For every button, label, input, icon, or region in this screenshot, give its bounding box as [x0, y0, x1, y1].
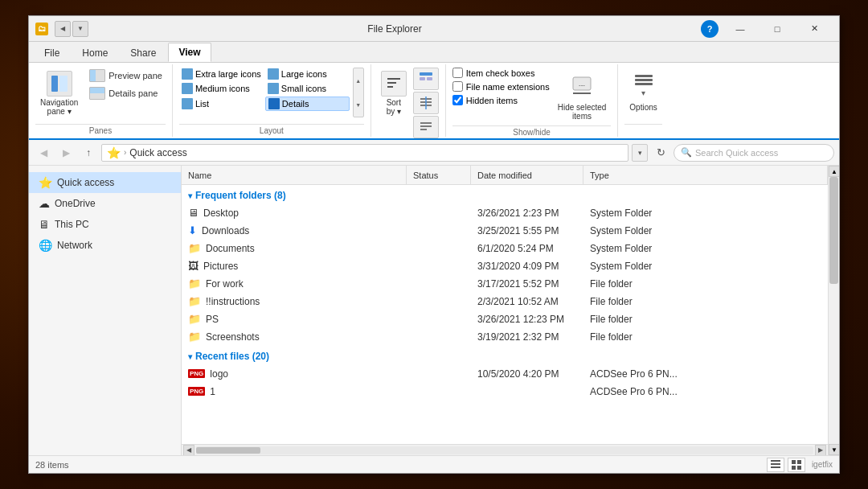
size-all-columns-button[interactable] — [413, 116, 439, 138]
breadcrumb-star-icon: ⭐ — [107, 146, 121, 159]
file-name-logo: PNG logo — [182, 365, 407, 382]
v-scroll-thumb[interactable] — [829, 177, 838, 284]
sidebar-item-onedrive[interactable]: ☁ OneDrive — [29, 193, 181, 214]
item-check-boxes-label: Item check boxes — [466, 68, 535, 78]
preview-pane-button[interactable]: Preview pane — [86, 68, 166, 84]
table-row[interactable]: 📁 PS 3/26/2021 12:23 PM File folder — [182, 310, 828, 328]
file-list-wrapper: Name Status Date modified Type ▾ Frequen… — [182, 166, 839, 455]
table-row[interactable]: 📁 For work 3/17/2021 5:52 PM File folder — [182, 275, 828, 293]
add-columns-button[interactable] — [413, 92, 439, 114]
file-date-for-work: 3/17/2021 5:52 PM — [471, 275, 583, 292]
sidebar-item-this-pc[interactable]: 🖥 This PC — [29, 214, 181, 235]
v-scroll-down-button[interactable]: ▼ — [829, 444, 839, 455]
quick-access-icon: ⭐ — [39, 176, 52, 189]
sidebar-item-network[interactable]: 🌐 Network — [29, 235, 181, 256]
table-row[interactable]: 📁 Screenshots 3/19/2021 2:32 PM File fol… — [182, 328, 828, 346]
layout-medium-icons[interactable]: Medium icons — [179, 82, 264, 95]
show-hide-content: Item check boxes File name extensions Hi… — [452, 68, 612, 124]
help-button[interactable]: ? — [701, 20, 719, 38]
layout-large-icons[interactable]: Large icons — [265, 68, 350, 80]
svg-rect-21 — [792, 460, 796, 464]
hidden-items-row[interactable]: Hidden items — [452, 95, 550, 105]
h-scroll-thumb[interactable] — [196, 447, 260, 454]
layout-grid: Extra large icons Large icons Medium ico… — [179, 68, 350, 111]
file-date-pictures: 3/31/2020 4:09 PM — [471, 257, 583, 274]
vertical-scrollbar[interactable]: ▲ ▼ — [828, 166, 839, 455]
tab-home[interactable]: Home — [72, 43, 118, 62]
hide-selected-items-button[interactable]: --- Hide selecteditems — [553, 68, 612, 124]
item-check-boxes-checkbox[interactable] — [452, 68, 463, 78]
group-by-button[interactable] — [413, 68, 439, 90]
ps-icon: 📁 — [188, 313, 201, 325]
layout-scroll-arrows[interactable]: ▲ ▼ — [353, 68, 364, 117]
recent-files-title: Recent files (20) — [195, 351, 269, 362]
breadcrumb[interactable]: ⭐ › Quick access — [101, 144, 628, 162]
column-header-name[interactable]: Name — [182, 166, 407, 184]
layout-extra-large-icons[interactable]: Extra large icons — [179, 68, 264, 80]
window-controls: — □ ✕ — [722, 16, 833, 42]
sort-by-button[interactable]: Sortby ▾ — [378, 68, 410, 119]
forward-nav-button[interactable]: ▶ — [56, 143, 76, 162]
minimize-button[interactable]: — — [722, 16, 759, 42]
section-header-recent-files[interactable]: ▾ Recent files (20) — [182, 346, 828, 365]
app-icon: 🗂 — [35, 23, 48, 35]
title-nav-buttons: ◀ ▼ — [55, 21, 88, 37]
item-check-boxes-row[interactable]: Item check boxes — [452, 68, 550, 78]
close-button[interactable]: ✕ — [796, 16, 833, 42]
window-title: File Explorer — [92, 23, 698, 35]
file-status-for-work — [407, 275, 471, 292]
details-pane-button[interactable]: Details pane — [86, 85, 166, 101]
file-status-documents — [407, 240, 471, 257]
table-row[interactable]: 🖼 Pictures 3/31/2020 4:09 PM System Fold… — [182, 257, 828, 275]
layout-details[interactable]: Details — [265, 97, 350, 111]
table-row[interactable]: 🖥 Desktop 3/26/2021 2:23 PM System Folde… — [182, 204, 828, 222]
sidebar-item-quick-access[interactable]: ⭐ Quick access — [29, 172, 181, 193]
svg-rect-20 — [771, 466, 780, 468]
table-row[interactable]: 📁 !!instructions 2/3/2021 10:52 AM File … — [182, 293, 828, 310]
section-header-frequent-folders[interactable]: ▾ Frequent folders (8) — [182, 185, 828, 204]
breadcrumb-dropdown-button[interactable]: ▾ — [632, 144, 648, 162]
file-name-extensions-label: File name extensions — [466, 82, 550, 92]
column-header-status[interactable]: Status — [407, 166, 471, 184]
file-name-extensions-row[interactable]: File name extensions — [452, 81, 550, 92]
breadcrumb-text: Quick access — [129, 147, 186, 158]
navigation-pane-button[interactable]: Navigationpane ▾ — [35, 68, 83, 119]
table-row[interactable]: PNG logo 10/5/2020 4:20 PM ACDSee Pro 6 … — [182, 365, 828, 383]
table-row[interactable]: PNG 1 ACDSee Pro 6 PN... — [182, 383, 828, 401]
maximize-button[interactable]: □ — [759, 16, 796, 42]
file-name-extensions-checkbox[interactable] — [452, 81, 463, 92]
icons-view-toggle-button[interactable] — [788, 458, 805, 472]
h-scroll-left-button[interactable]: ◀ — [183, 445, 194, 456]
column-header-type[interactable]: Type — [583, 166, 828, 184]
recent-files-chevron-icon: ▾ — [188, 352, 192, 361]
forward-btn[interactable]: ▼ — [72, 21, 88, 37]
up-nav-button[interactable]: ↑ — [79, 143, 98, 162]
back-btn[interactable]: ◀ — [55, 21, 71, 37]
tab-share[interactable]: Share — [120, 43, 166, 62]
options-button[interactable]: ▾ Options — [624, 68, 661, 115]
v-scroll-up-button[interactable]: ▲ — [829, 166, 839, 177]
table-row[interactable]: 📁 Documents 6/1/2020 5:24 PM System Fold… — [182, 240, 828, 257]
tab-file[interactable]: File — [34, 43, 70, 62]
h-scroll-right-button[interactable]: ▶ — [815, 445, 826, 456]
options-content: ▾ Options — [624, 68, 661, 122]
show-hide-label: Show/hide — [452, 125, 612, 137]
column-header-date-modified[interactable]: Date modified — [471, 166, 583, 184]
sort-by-label: Sortby ▾ — [387, 98, 401, 116]
documents-icon: 📁 — [188, 242, 201, 254]
downloads-icon: ⬇ — [188, 224, 197, 236]
search-bar[interactable]: 🔍 Search Quick access — [674, 144, 834, 162]
details-view-toggle-button[interactable] — [767, 458, 784, 472]
tab-view[interactable]: View — [168, 43, 211, 62]
hidden-items-checkbox[interactable] — [452, 95, 463, 105]
file-name-documents: 📁 Documents — [182, 240, 407, 257]
file-date-documents: 6/1/2020 5:24 PM — [471, 240, 583, 257]
layout-list[interactable]: List — [179, 97, 264, 111]
back-nav-button[interactable]: ◀ — [34, 143, 53, 162]
details-icon — [268, 98, 280, 109]
horizontal-scrollbar[interactable]: ◀ ▶ — [182, 444, 828, 455]
layout-small-icons[interactable]: Small icons — [265, 82, 350, 95]
table-row[interactable]: ⬇ Downloads 3/25/2021 5:55 PM System Fol… — [182, 222, 828, 240]
refresh-button[interactable]: ↻ — [651, 143, 670, 162]
v-scroll-track — [829, 177, 839, 444]
